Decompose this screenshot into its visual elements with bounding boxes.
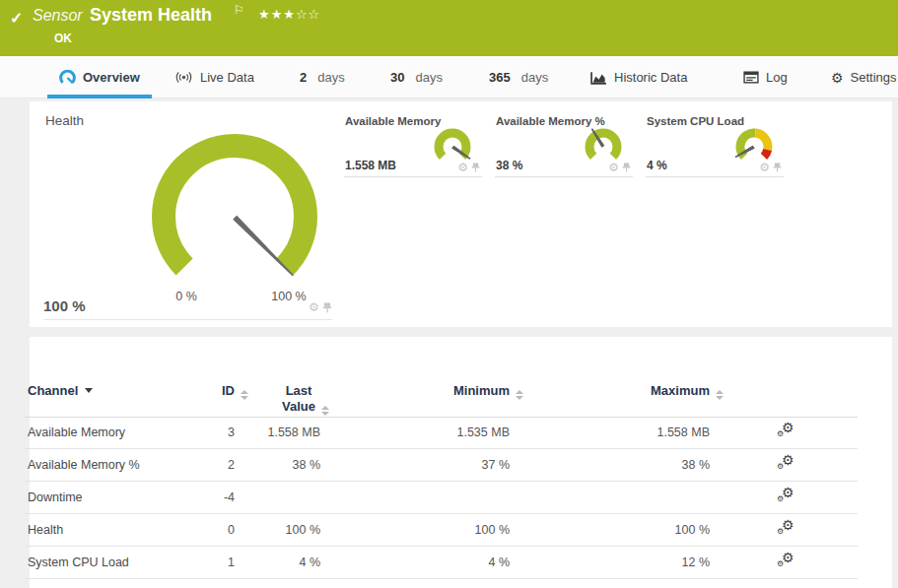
tab-30-days-number: 30 bbox=[390, 70, 404, 85]
pin-icon[interactable] bbox=[773, 163, 782, 172]
gauge-actions: ⚙ bbox=[457, 162, 480, 173]
small-gauge-title: Available Memory bbox=[345, 115, 441, 127]
tab-2-days-label: days bbox=[317, 70, 344, 85]
log-list-icon bbox=[743, 71, 759, 84]
cell-id: -4 bbox=[128, 490, 235, 504]
cell-maximum: 100 % bbox=[601, 523, 710, 537]
tab-365-days[interactable]: 365 days bbox=[489, 56, 548, 98]
sort-arrows-icon bbox=[516, 390, 523, 400]
cell-maximum: 12 % bbox=[601, 555, 710, 569]
tab-365-days-number: 365 bbox=[489, 70, 511, 85]
status-ok-check-icon: ✓ bbox=[10, 9, 23, 28]
tab-historic-data-label: Historic Data bbox=[614, 70, 687, 85]
cell-minimum: 1.535 MB bbox=[401, 425, 510, 439]
cell-id: 1 bbox=[128, 555, 235, 569]
sensor-title: System Health bbox=[90, 5, 212, 26]
tab-2-days-number: 2 bbox=[300, 70, 307, 85]
gauge-actions: ⚙ bbox=[309, 301, 332, 313]
cell-channel[interactable]: System CPU Load bbox=[28, 555, 129, 569]
flag-icon[interactable]: ⚐ bbox=[234, 3, 244, 17]
cell-channel[interactable]: Available Memory % bbox=[28, 458, 140, 472]
sensor-header: ✓ Sensor System Health ⚐ ★★★☆☆ OK bbox=[0, 0, 898, 56]
cell-channel[interactable]: Available Memory bbox=[28, 425, 125, 439]
tab-live-data[interactable]: Live Data bbox=[174, 56, 254, 98]
channel-settings-button[interactable]: ⚙⚙ bbox=[777, 553, 796, 572]
gears-icon: ⚙⚙ bbox=[777, 423, 796, 442]
cell-last-value: 38 % bbox=[242, 458, 320, 472]
tab-log-label: Log bbox=[766, 70, 788, 85]
cell-minimum: 100 % bbox=[401, 523, 510, 537]
cell-maximum: 1.558 MB bbox=[601, 425, 710, 439]
small-gauge-title: System CPU Load bbox=[647, 115, 744, 127]
gauge-scale-min: 0 % bbox=[157, 290, 216, 303]
main-gauge-title: Health bbox=[45, 113, 84, 128]
prtg-sensor-page: ✓ Sensor System Health ⚐ ★★★☆☆ OK Overvi… bbox=[0, 0, 898, 588]
tab-overview-label: Overview bbox=[83, 70, 140, 85]
pin-icon[interactable] bbox=[471, 163, 480, 172]
channel-settings-button[interactable]: ⚙⚙ bbox=[777, 488, 796, 507]
gears-icon: ⚙⚙ bbox=[777, 455, 796, 475]
tab-30-days-label: days bbox=[415, 70, 442, 85]
column-header-maximum[interactable]: Maximum bbox=[601, 383, 710, 400]
sort-caret-icon bbox=[85, 388, 93, 393]
tab-log[interactable]: Log bbox=[743, 56, 788, 98]
gauge-settings-icon[interactable]: ⚙ bbox=[608, 162, 619, 173]
cell-id: 0 bbox=[128, 523, 235, 537]
pin-icon[interactable] bbox=[622, 163, 631, 172]
column-header-id[interactable]: ID bbox=[128, 383, 235, 400]
column-header-last-value[interactable]: LastValue bbox=[249, 383, 348, 416]
tab-overview[interactable]: Overview bbox=[59, 56, 140, 98]
gears-icon: ⚙⚙ bbox=[777, 520, 796, 540]
table-row: Available Memory % 2 38 % 37 % 38 % ⚙⚙ bbox=[25, 449, 858, 482]
tab-2-days[interactable]: 2 days bbox=[300, 56, 345, 98]
sort-arrows-icon bbox=[241, 390, 248, 400]
tab-settings[interactable]: ⚙ Settings bbox=[831, 56, 897, 98]
area-chart-icon bbox=[590, 71, 607, 85]
table-row: Available Memory 3 1.558 MB 1.535 MB 1.5… bbox=[25, 417, 858, 449]
table-row: Health 0 100 % 100 % 100 % ⚙⚙ bbox=[25, 514, 858, 547]
gears-icon: ⚙⚙ bbox=[777, 553, 796, 572]
health-gauge-value: 100 % bbox=[43, 297, 86, 314]
sort-arrows-icon bbox=[321, 406, 329, 416]
column-header-channel[interactable]: Channel bbox=[28, 383, 93, 398]
gauge-settings-icon[interactable]: ⚙ bbox=[759, 162, 770, 173]
table-row: Downtime -4 ⚙⚙ bbox=[25, 482, 858, 514]
table-row: System CPU Load 1 4 % 4 % 12 % ⚙⚙ bbox=[25, 547, 858, 579]
tab-live-data-label: Live Data bbox=[200, 70, 254, 85]
small-gauge-available-memory: Available Memory 1.558 MB ⚙ bbox=[344, 111, 482, 177]
channel-settings-button[interactable]: ⚙⚙ bbox=[777, 455, 796, 475]
gauge-settings-icon[interactable]: ⚙ bbox=[457, 162, 468, 173]
small-gauge-value: 4 % bbox=[647, 159, 667, 172]
divider bbox=[43, 319, 332, 320]
cell-channel[interactable]: Downtime bbox=[28, 490, 83, 504]
gauge-settings-icon[interactable]: ⚙ bbox=[309, 301, 319, 313]
cell-id: 2 bbox=[128, 458, 235, 472]
gears-icon: ⚙⚙ bbox=[777, 488, 796, 507]
small-gauge-value: 1.558 MB bbox=[345, 159, 396, 172]
cell-channel[interactable]: Health bbox=[28, 523, 63, 537]
stars-empty: ☆☆ bbox=[296, 7, 320, 22]
tab-historic-data[interactable]: Historic Data bbox=[590, 56, 687, 98]
tab-30-days[interactable]: 30 days bbox=[390, 56, 443, 98]
gauge-actions: ⚙ bbox=[608, 162, 631, 173]
cell-last-value: 100 % bbox=[242, 523, 320, 537]
sort-arrows-icon bbox=[716, 390, 724, 400]
tab-bar: Overview Live Data 2 days 30 days 365 da… bbox=[0, 56, 898, 98]
stars-filled: ★★★ bbox=[258, 7, 296, 22]
gauge-actions: ⚙ bbox=[759, 162, 782, 173]
channel-settings-button[interactable]: ⚙⚙ bbox=[777, 423, 796, 442]
priority-stars[interactable]: ★★★☆☆ bbox=[258, 7, 320, 22]
health-gauge bbox=[146, 128, 323, 305]
cell-id: 3 bbox=[128, 425, 235, 439]
pin-icon[interactable] bbox=[322, 302, 332, 313]
channel-settings-button[interactable]: ⚙⚙ bbox=[777, 520, 796, 540]
sensor-type-label: Sensor bbox=[33, 7, 83, 25]
cell-last-value: 4 % bbox=[242, 555, 320, 569]
small-gauge-value: 38 % bbox=[496, 159, 522, 172]
gear-icon: ⚙ bbox=[831, 71, 844, 85]
sensor-status-text: OK bbox=[54, 32, 72, 45]
tab-settings-label: Settings bbox=[851, 70, 897, 85]
broadcast-icon bbox=[174, 70, 193, 85]
column-header-minimum[interactable]: Minimum bbox=[401, 383, 510, 400]
tab-365-days-label: days bbox=[521, 70, 548, 85]
